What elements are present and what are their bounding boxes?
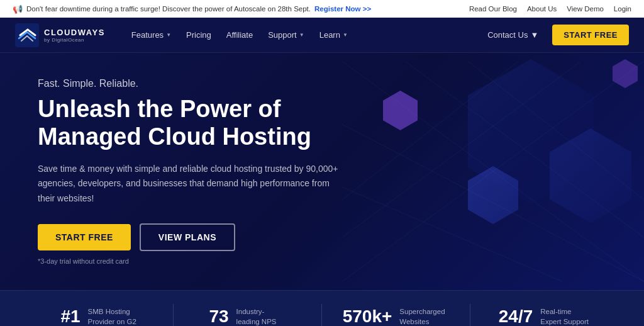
view-demo-link[interactable]: View Demo [567, 5, 604, 13]
nav-support[interactable]: Support ▼ [262, 26, 310, 43]
hex-decoration-tiny2 [613, 59, 638, 88]
stat-number-1: 73 [209, 306, 228, 326]
stats-bar: #1 SMB Hosting Provider on G2 73 Industr… [0, 290, 644, 326]
navbar-left: CLOUDWAYS by DigitalOcean Features ▼ Pri… [15, 23, 354, 47]
stat-item-0: #1 SMB Hosting Provider on G2 [25, 306, 174, 326]
nav-learn[interactable]: Learn ▼ [313, 26, 354, 43]
chevron-down-icon: ▼ [166, 32, 171, 38]
stat-desc-3: Real-time Expert Support [540, 306, 591, 326]
logo-sub: by DigitalOcean [44, 37, 105, 43]
start-free-button[interactable]: START FREE [552, 25, 629, 45]
announcement-right: Read Our Blog About Us View Demo Login [469, 5, 631, 13]
stat-desc-0: SMB Hosting Provider on G2 [88, 306, 138, 326]
stat-item-1: 73 Industry-leading NPS [174, 306, 322, 326]
stat-desc-1: Industry-leading NPS [236, 306, 287, 326]
logo[interactable]: CLOUDWAYS by DigitalOcean [15, 23, 105, 47]
read-blog-link[interactable]: Read Our Blog [469, 5, 517, 13]
hero-start-free-button[interactable]: START FREE [38, 224, 131, 250]
announcement-left: 📢 Don't fear downtime during a traffic s… [13, 4, 371, 14]
chevron-down-icon: ▼ [530, 30, 538, 40]
hex-decoration-tiny [383, 91, 418, 130]
nav-items: Features ▼ Pricing Affiliate Support ▼ L… [125, 26, 354, 43]
hero-description: Save time & money with simple and reliab… [38, 162, 346, 205]
nav-pricing[interactable]: Pricing [180, 26, 218, 43]
stat-number-0: #1 [60, 306, 80, 326]
hero-buttons: START FREE VIEW PLANS [38, 223, 346, 251]
announcement-bar: 📢 Don't fear downtime during a traffic s… [0, 0, 644, 18]
chevron-down-icon: ▼ [299, 32, 304, 38]
nav-affiliate[interactable]: Affiliate [220, 26, 259, 43]
register-link[interactable]: Register Now >> [314, 5, 371, 13]
logo-icon [15, 23, 39, 47]
trial-note: *3-day trial without credit card [38, 257, 346, 265]
hero-tagline: Fast. Simple. Reliable. [38, 78, 346, 89]
navbar-right: Contact Us ▼ START FREE [481, 25, 629, 45]
stat-item-3: 24/7 Real-time Expert Support [470, 306, 619, 326]
announcement-text: Don't fear downtime during a traffic sur… [26, 5, 311, 13]
hero-content: Fast. Simple. Reliable. Unleash the Powe… [38, 78, 346, 265]
hero-title: Unleash the Power ofManaged Cloud Hostin… [38, 96, 346, 150]
navbar: CLOUDWAYS by DigitalOcean Features ▼ Pri… [0, 18, 644, 53]
about-us-link[interactable]: About Us [527, 5, 557, 13]
hero-section: Fast. Simple. Reliable. Unleash the Powe… [0, 53, 644, 290]
megaphone-icon: 📢 [13, 4, 23, 14]
logo-name: CLOUDWAYS [44, 28, 105, 37]
login-link[interactable]: Login [614, 5, 631, 13]
hero-view-plans-button[interactable]: VIEW PLANS [140, 223, 235, 251]
chevron-down-icon: ▼ [343, 32, 348, 38]
stat-desc-2: Supercharged Websites [399, 306, 450, 326]
logo-text: CLOUDWAYS by DigitalOcean [44, 28, 105, 43]
contact-us-button[interactable]: Contact Us ▼ [481, 26, 545, 43]
stat-item-2: 570k+ Supercharged Websites [322, 306, 470, 326]
nav-features[interactable]: Features ▼ [125, 26, 177, 43]
stat-number-2: 570k+ [343, 306, 392, 326]
stat-number-3: 24/7 [499, 306, 533, 326]
